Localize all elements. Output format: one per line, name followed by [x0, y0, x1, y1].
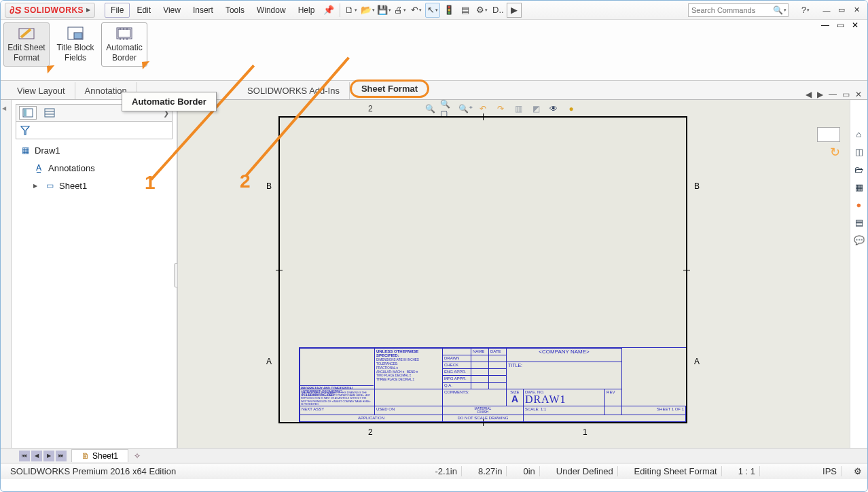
- close-icon[interactable]: ✕: [850, 4, 863, 16]
- zone-label: 2: [368, 104, 373, 113]
- feature-tree-icon[interactable]: [19, 106, 37, 120]
- menu-edit[interactable]: Edit: [131, 3, 156, 17]
- menu-window[interactable]: Window: [251, 3, 291, 17]
- svg-rect-2: [74, 33, 82, 39]
- zone-label: 2: [368, 427, 373, 437]
- rebuild-icon[interactable]: 🚦: [441, 3, 456, 18]
- appearance-sphere-icon[interactable]: ●: [852, 198, 866, 211]
- status-defined: Under Defined: [552, 466, 618, 476]
- edit-sheet-format-button[interactable]: Edit Sheet Format: [3, 22, 50, 67]
- sheet-tab-1[interactable]: 🗎Sheet1: [71, 449, 128, 462]
- ribbon-label: Automatic: [106, 43, 142, 53]
- restore-icon[interactable]: ▭: [835, 4, 848, 16]
- status-edition: SOLIDWORKS Premium 2016 x64 Edition: [6, 466, 180, 476]
- status-settings-icon[interactable]: ⚙: [854, 466, 862, 476]
- menu-tools[interactable]: Tools: [220, 3, 250, 17]
- annotations-icon: A̲: [33, 162, 44, 173]
- child-minimize-icon[interactable]: —: [818, 19, 832, 31]
- prev-tab-icon[interactable]: ◀: [31, 451, 42, 461]
- zoom-icon[interactable]: 🔍⁺: [458, 101, 473, 116]
- tree-item-label: Sheet1: [59, 181, 87, 191]
- rotate-right-icon[interactable]: ↷: [493, 101, 508, 116]
- select-icon[interactable]: ↖▾: [425, 3, 440, 18]
- status-scale[interactable]: 1 : 1: [734, 466, 760, 476]
- search-icon[interactable]: 🔍: [773, 5, 783, 15]
- automatic-border-button[interactable]: Automatic Border: [101, 22, 147, 67]
- display-style-icon[interactable]: ◩: [528, 101, 543, 116]
- title-block-fields-button[interactable]: Title Block Fields: [52, 22, 98, 67]
- status-units[interactable]: IPS: [818, 466, 842, 476]
- ribbon-label: Edit Sheet: [7, 43, 45, 53]
- task-list-icon[interactable]: ▤: [852, 215, 866, 229]
- tree-root[interactable]: ▦ Draw1: [17, 143, 171, 157]
- more-icon[interactable]: D..: [490, 3, 505, 18]
- menu-bar: ∂S SOLIDWORKS ▶ File Edit View Insert To…: [1, 1, 867, 20]
- svg-rect-6: [24, 109, 26, 116]
- menu-view[interactable]: View: [158, 3, 186, 17]
- status-y: 8.27in: [474, 466, 507, 476]
- 3dview-icon[interactable]: ◫: [852, 145, 866, 158]
- left-gutter: ◀: [1, 100, 12, 448]
- zone-label: A: [694, 357, 700, 366]
- print-icon[interactable]: 🖨▾: [393, 3, 408, 18]
- tab-view-layout[interactable]: View Layout: [7, 82, 75, 99]
- property-manager-icon[interactable]: [41, 106, 58, 120]
- child-close-icon[interactable]: ✕: [848, 19, 862, 31]
- tab-addins[interactable]: SOLIDWORKS Add-Ins: [238, 82, 350, 99]
- first-tab-icon[interactable]: ⏮: [19, 451, 30, 461]
- title-block-fields-icon: [67, 26, 84, 41]
- open-icon[interactable]: 📂▾: [360, 3, 375, 18]
- next-tab-icon[interactable]: ▶: [43, 451, 54, 461]
- display-pane-icon[interactable]: ▦: [852, 180, 866, 194]
- chevron-down-icon: ▶: [86, 7, 90, 13]
- tree-sheet1[interactable]: ▶ ▭ Sheet1: [17, 179, 171, 192]
- child-restore-icon[interactable]: ▭: [833, 19, 847, 31]
- tab-sheet-format[interactable]: Sheet Format: [350, 80, 429, 98]
- open-folder-icon[interactable]: 🗁: [852, 162, 866, 176]
- hide-show-icon[interactable]: 👁: [546, 101, 561, 116]
- minimize-icon[interactable]: —: [820, 4, 833, 16]
- search-input[interactable]: [691, 6, 773, 14]
- settings-icon[interactable]: ⚙▾: [474, 3, 489, 18]
- tree-annotations[interactable]: A̲ Annotations: [17, 161, 171, 175]
- zoom-fit-icon[interactable]: 🔍: [422, 101, 437, 116]
- title-block[interactable]: UNLESS OTHERWISE SPECIFIED: DIMENSIONS A…: [299, 347, 686, 422]
- options-icon[interactable]: ▤: [458, 3, 473, 18]
- graphics-viewport[interactable]: 🔍 🔍▢ 🔍⁺ ↶ ↷ ▥ ◩ 👁 ● 2 B B A A 2 1 PROPRI…: [177, 100, 867, 448]
- pin-icon[interactable]: 📌: [321, 3, 336, 18]
- section-icon[interactable]: ▥: [511, 101, 526, 116]
- prev-doc-icon[interactable]: ◀: [806, 90, 812, 99]
- automatic-border-icon: [115, 26, 133, 41]
- zoom-area-icon[interactable]: 🔍▢: [440, 101, 455, 116]
- app-logo[interactable]: ∂S SOLIDWORKS ▶: [5, 3, 95, 18]
- help-icon[interactable]: ?▾: [798, 3, 813, 18]
- new-file-icon[interactable]: 🗋▾: [344, 3, 359, 18]
- filter-row[interactable]: [16, 122, 173, 139]
- zone-label: 1: [583, 427, 587, 437]
- tooltip-automatic-border: Automatic Border: [122, 92, 217, 111]
- last-tab-icon[interactable]: ⏭: [56, 451, 67, 461]
- menu-help[interactable]: Help: [293, 3, 321, 17]
- minimize-pane-icon[interactable]: —: [829, 90, 837, 99]
- next-doc-icon[interactable]: ▶: [817, 90, 823, 99]
- add-sheet-icon[interactable]: ✧: [128, 451, 146, 461]
- zone-label: B: [266, 181, 272, 191]
- tab-strip-controls: ◀ ▶ — ▭ ✕: [800, 90, 867, 99]
- rotate-reload-icon[interactable]: ↻: [830, 145, 840, 160]
- ribbon-label-2: Format: [14, 53, 39, 63]
- search-commands[interactable]: 🔍 ▾: [688, 3, 789, 17]
- home-icon[interactable]: ⌂: [852, 127, 866, 141]
- close-pane-icon[interactable]: ✕: [855, 90, 862, 99]
- drawing-sheet[interactable]: PROPRIETARY AND CONFIDENTIAL THE INFORMA…: [278, 116, 687, 423]
- save-icon[interactable]: 💾▾: [376, 3, 391, 18]
- maximize-pane-icon[interactable]: ▭: [842, 90, 850, 99]
- menu-file[interactable]: File: [105, 3, 130, 18]
- undo-icon[interactable]: ↶▾: [409, 3, 424, 18]
- menu-insert[interactable]: Insert: [187, 3, 219, 17]
- run-icon[interactable]: ▶: [507, 3, 522, 18]
- forum-icon[interactable]: 💬: [852, 233, 866, 247]
- expand-arrow-icon[interactable]: ▶: [33, 183, 40, 189]
- mini-map[interactable]: [817, 127, 840, 142]
- appearance-icon[interactable]: ●: [564, 101, 579, 116]
- svg-rect-7: [45, 109, 54, 117]
